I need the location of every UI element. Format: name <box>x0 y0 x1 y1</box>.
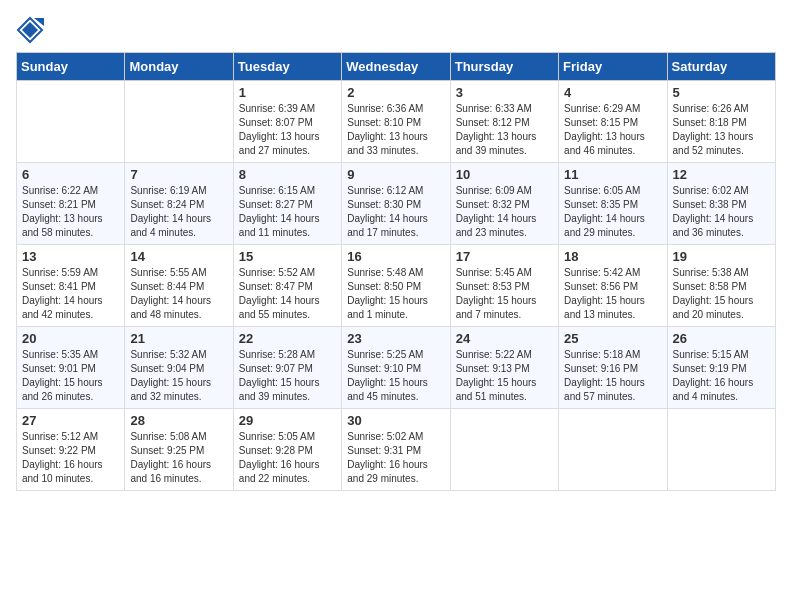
calendar-cell: 3Sunrise: 6:33 AM Sunset: 8:12 PM Daylig… <box>450 81 558 163</box>
calendar-cell: 6Sunrise: 6:22 AM Sunset: 8:21 PM Daylig… <box>17 163 125 245</box>
cell-info: Sunrise: 5:22 AM Sunset: 9:13 PM Dayligh… <box>456 348 553 404</box>
cell-info: Sunrise: 5:52 AM Sunset: 8:47 PM Dayligh… <box>239 266 336 322</box>
weekday-header-thursday: Thursday <box>450 53 558 81</box>
calendar-cell: 10Sunrise: 6:09 AM Sunset: 8:32 PM Dayli… <box>450 163 558 245</box>
calendar-cell: 2Sunrise: 6:36 AM Sunset: 8:10 PM Daylig… <box>342 81 450 163</box>
day-number: 15 <box>239 249 336 264</box>
day-number: 18 <box>564 249 661 264</box>
calendar-cell: 12Sunrise: 6:02 AM Sunset: 8:38 PM Dayli… <box>667 163 775 245</box>
day-number: 7 <box>130 167 227 182</box>
cell-info: Sunrise: 5:15 AM Sunset: 9:19 PM Dayligh… <box>673 348 770 404</box>
day-number: 5 <box>673 85 770 100</box>
day-number: 4 <box>564 85 661 100</box>
cell-info: Sunrise: 5:38 AM Sunset: 8:58 PM Dayligh… <box>673 266 770 322</box>
calendar-cell: 1Sunrise: 6:39 AM Sunset: 8:07 PM Daylig… <box>233 81 341 163</box>
cell-info: Sunrise: 6:05 AM Sunset: 8:35 PM Dayligh… <box>564 184 661 240</box>
calendar-cell <box>17 81 125 163</box>
calendar-week-row: 6Sunrise: 6:22 AM Sunset: 8:21 PM Daylig… <box>17 163 776 245</box>
calendar-table: SundayMondayTuesdayWednesdayThursdayFrid… <box>16 52 776 491</box>
calendar-cell: 19Sunrise: 5:38 AM Sunset: 8:58 PM Dayli… <box>667 245 775 327</box>
day-number: 11 <box>564 167 661 182</box>
weekday-header-sunday: Sunday <box>17 53 125 81</box>
day-number: 23 <box>347 331 444 346</box>
weekday-header-wednesday: Wednesday <box>342 53 450 81</box>
day-number: 17 <box>456 249 553 264</box>
calendar-cell: 9Sunrise: 6:12 AM Sunset: 8:30 PM Daylig… <box>342 163 450 245</box>
day-number: 29 <box>239 413 336 428</box>
calendar-cell: 28Sunrise: 5:08 AM Sunset: 9:25 PM Dayli… <box>125 409 233 491</box>
page-header <box>16 16 776 44</box>
cell-info: Sunrise: 6:33 AM Sunset: 8:12 PM Dayligh… <box>456 102 553 158</box>
weekday-header-tuesday: Tuesday <box>233 53 341 81</box>
calendar-cell <box>667 409 775 491</box>
cell-info: Sunrise: 6:12 AM Sunset: 8:30 PM Dayligh… <box>347 184 444 240</box>
day-number: 8 <box>239 167 336 182</box>
weekday-header-saturday: Saturday <box>667 53 775 81</box>
day-number: 25 <box>564 331 661 346</box>
cell-info: Sunrise: 6:36 AM Sunset: 8:10 PM Dayligh… <box>347 102 444 158</box>
day-number: 16 <box>347 249 444 264</box>
day-number: 28 <box>130 413 227 428</box>
cell-info: Sunrise: 5:08 AM Sunset: 9:25 PM Dayligh… <box>130 430 227 486</box>
logo <box>16 16 48 44</box>
calendar-cell: 24Sunrise: 5:22 AM Sunset: 9:13 PM Dayli… <box>450 327 558 409</box>
calendar-cell: 16Sunrise: 5:48 AM Sunset: 8:50 PM Dayli… <box>342 245 450 327</box>
calendar-cell: 21Sunrise: 5:32 AM Sunset: 9:04 PM Dayli… <box>125 327 233 409</box>
day-number: 3 <box>456 85 553 100</box>
day-number: 13 <box>22 249 119 264</box>
cell-info: Sunrise: 6:26 AM Sunset: 8:18 PM Dayligh… <box>673 102 770 158</box>
day-number: 21 <box>130 331 227 346</box>
calendar-cell: 15Sunrise: 5:52 AM Sunset: 8:47 PM Dayli… <box>233 245 341 327</box>
calendar-cell: 4Sunrise: 6:29 AM Sunset: 8:15 PM Daylig… <box>559 81 667 163</box>
cell-info: Sunrise: 5:42 AM Sunset: 8:56 PM Dayligh… <box>564 266 661 322</box>
day-number: 1 <box>239 85 336 100</box>
day-number: 30 <box>347 413 444 428</box>
calendar-cell <box>450 409 558 491</box>
calendar-cell: 30Sunrise: 5:02 AM Sunset: 9:31 PM Dayli… <box>342 409 450 491</box>
calendar-cell: 7Sunrise: 6:19 AM Sunset: 8:24 PM Daylig… <box>125 163 233 245</box>
calendar-cell: 27Sunrise: 5:12 AM Sunset: 9:22 PM Dayli… <box>17 409 125 491</box>
cell-info: Sunrise: 6:29 AM Sunset: 8:15 PM Dayligh… <box>564 102 661 158</box>
calendar-cell: 14Sunrise: 5:55 AM Sunset: 8:44 PM Dayli… <box>125 245 233 327</box>
cell-info: Sunrise: 6:39 AM Sunset: 8:07 PM Dayligh… <box>239 102 336 158</box>
calendar-week-row: 27Sunrise: 5:12 AM Sunset: 9:22 PM Dayli… <box>17 409 776 491</box>
calendar-cell <box>125 81 233 163</box>
calendar-week-row: 20Sunrise: 5:35 AM Sunset: 9:01 PM Dayli… <box>17 327 776 409</box>
cell-info: Sunrise: 5:45 AM Sunset: 8:53 PM Dayligh… <box>456 266 553 322</box>
day-number: 9 <box>347 167 444 182</box>
cell-info: Sunrise: 5:59 AM Sunset: 8:41 PM Dayligh… <box>22 266 119 322</box>
cell-info: Sunrise: 6:19 AM Sunset: 8:24 PM Dayligh… <box>130 184 227 240</box>
cell-info: Sunrise: 6:15 AM Sunset: 8:27 PM Dayligh… <box>239 184 336 240</box>
calendar-cell <box>559 409 667 491</box>
day-number: 20 <box>22 331 119 346</box>
cell-info: Sunrise: 5:12 AM Sunset: 9:22 PM Dayligh… <box>22 430 119 486</box>
cell-info: Sunrise: 5:05 AM Sunset: 9:28 PM Dayligh… <box>239 430 336 486</box>
day-number: 12 <box>673 167 770 182</box>
cell-info: Sunrise: 6:22 AM Sunset: 8:21 PM Dayligh… <box>22 184 119 240</box>
calendar-week-row: 1Sunrise: 6:39 AM Sunset: 8:07 PM Daylig… <box>17 81 776 163</box>
day-number: 19 <box>673 249 770 264</box>
day-number: 6 <box>22 167 119 182</box>
calendar-cell: 23Sunrise: 5:25 AM Sunset: 9:10 PM Dayli… <box>342 327 450 409</box>
cell-info: Sunrise: 5:48 AM Sunset: 8:50 PM Dayligh… <box>347 266 444 322</box>
cell-info: Sunrise: 6:02 AM Sunset: 8:38 PM Dayligh… <box>673 184 770 240</box>
cell-info: Sunrise: 5:02 AM Sunset: 9:31 PM Dayligh… <box>347 430 444 486</box>
calendar-cell: 17Sunrise: 5:45 AM Sunset: 8:53 PM Dayli… <box>450 245 558 327</box>
weekday-header-monday: Monday <box>125 53 233 81</box>
day-number: 24 <box>456 331 553 346</box>
calendar-cell: 25Sunrise: 5:18 AM Sunset: 9:16 PM Dayli… <box>559 327 667 409</box>
day-number: 2 <box>347 85 444 100</box>
calendar-cell: 26Sunrise: 5:15 AM Sunset: 9:19 PM Dayli… <box>667 327 775 409</box>
day-number: 10 <box>456 167 553 182</box>
calendar-cell: 13Sunrise: 5:59 AM Sunset: 8:41 PM Dayli… <box>17 245 125 327</box>
cell-info: Sunrise: 5:55 AM Sunset: 8:44 PM Dayligh… <box>130 266 227 322</box>
calendar-cell: 18Sunrise: 5:42 AM Sunset: 8:56 PM Dayli… <box>559 245 667 327</box>
day-number: 22 <box>239 331 336 346</box>
calendar-cell: 11Sunrise: 6:05 AM Sunset: 8:35 PM Dayli… <box>559 163 667 245</box>
cell-info: Sunrise: 5:18 AM Sunset: 9:16 PM Dayligh… <box>564 348 661 404</box>
calendar-week-row: 13Sunrise: 5:59 AM Sunset: 8:41 PM Dayli… <box>17 245 776 327</box>
calendar-cell: 5Sunrise: 6:26 AM Sunset: 8:18 PM Daylig… <box>667 81 775 163</box>
day-number: 26 <box>673 331 770 346</box>
cell-info: Sunrise: 5:25 AM Sunset: 9:10 PM Dayligh… <box>347 348 444 404</box>
cell-info: Sunrise: 5:28 AM Sunset: 9:07 PM Dayligh… <box>239 348 336 404</box>
